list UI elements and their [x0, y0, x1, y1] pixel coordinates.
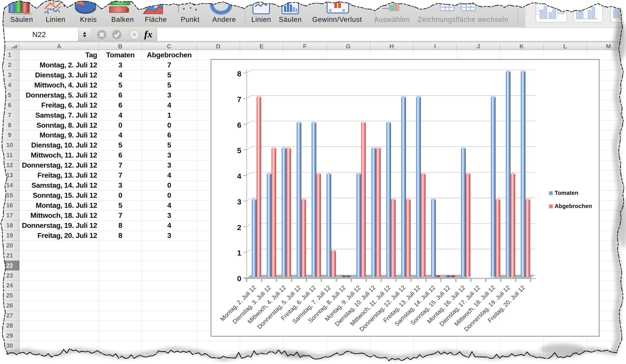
- svg-text:0: 0: [237, 274, 241, 283]
- svg-text:7: 7: [237, 95, 241, 104]
- svg-text:4: 4: [237, 172, 241, 180]
- svg-text:1: 1: [237, 249, 241, 257]
- svg-text:Abgebrochen: Abgebrochen: [554, 203, 592, 209]
- svg-text:fx: fx: [144, 29, 153, 40]
- svg-text:2: 2: [237, 223, 241, 232]
- svg-text:Tomaten: Tomaten: [554, 189, 578, 196]
- svg-text:6: 6: [237, 121, 241, 129]
- svg-text:3: 3: [237, 197, 241, 206]
- svg-text:8: 8: [237, 70, 241, 78]
- svg-text:5: 5: [237, 146, 241, 155]
